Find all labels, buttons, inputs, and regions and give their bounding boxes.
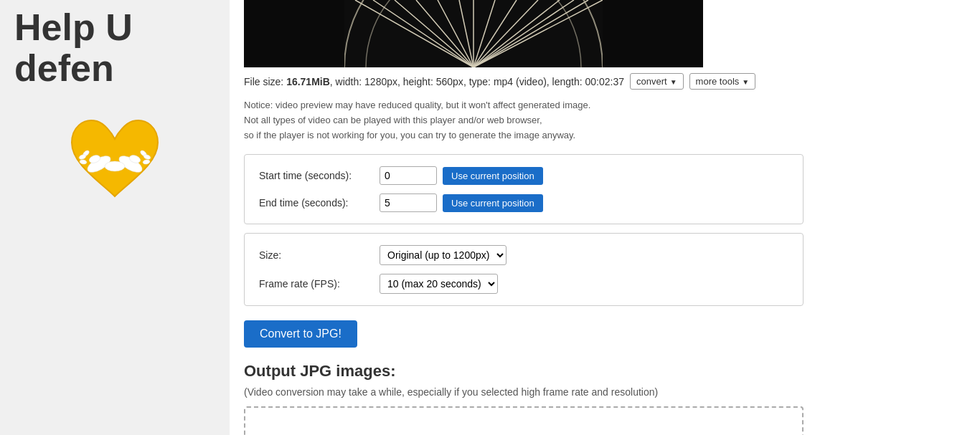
convert-button[interactable]: convert xyxy=(630,73,684,90)
file-width-value: 1280px xyxy=(364,76,397,87)
time-settings-box: Start time (seconds): Use current positi… xyxy=(244,154,804,224)
output-title: Output JPG images: xyxy=(244,362,966,381)
sidebar-logo xyxy=(57,103,172,218)
start-time-use-current-button[interactable]: Use current position xyxy=(443,167,543,185)
output-notice: (Video conversion may take a while, espe… xyxy=(244,386,966,398)
file-size-value: 16.71MiB xyxy=(286,76,330,87)
size-row: Size: Original (up to 1200px) Small (up … xyxy=(259,245,788,265)
fps-row: Frame rate (FPS): 1 (max 120 seconds) 5 … xyxy=(259,274,788,294)
file-info-row: File size: 16.71MiB, width: 1280px, heig… xyxy=(244,73,966,90)
end-time-label: End time (seconds): xyxy=(259,197,374,209)
end-time-btn-label: Use current position xyxy=(451,198,534,209)
convert-button-label: convert xyxy=(636,76,667,87)
output-area xyxy=(244,406,804,435)
fps-label: Frame rate (FPS): xyxy=(259,278,374,290)
notice-line2: Not all types of video can be played wit… xyxy=(244,113,966,128)
main-content: File size: 16.71MiB, width: 1280px, heig… xyxy=(230,0,980,435)
size-fps-settings-box: Size: Original (up to 1200px) Small (up … xyxy=(244,233,804,306)
start-time-label: Start time (seconds): xyxy=(259,170,374,181)
notice-line1: Notice: video preview may have reduced q… xyxy=(244,98,966,113)
more-tools-button[interactable]: more tools xyxy=(689,73,756,90)
file-type-value: mp4 (video) xyxy=(494,76,547,87)
convert-to-jpg-label: Convert to JPG! xyxy=(260,328,341,340)
sidebar-heading: Help U defen xyxy=(0,0,230,96)
file-length-value: 00:02:37 xyxy=(585,76,625,87)
more-tools-arrow-icon xyxy=(742,76,749,87)
file-size-label: File size: 16.71MiB, width: 1280px, heig… xyxy=(244,76,624,87)
start-time-btn-label: Use current position xyxy=(451,171,534,181)
svg-rect-26 xyxy=(244,0,344,67)
convert-to-jpg-button[interactable]: Convert to JPG! xyxy=(244,320,357,348)
end-time-use-current-button[interactable]: Use current position xyxy=(443,194,543,212)
size-select[interactable]: Original (up to 1200px) Small (up to 480… xyxy=(380,245,507,265)
video-container xyxy=(244,0,966,67)
more-tools-label: more tools xyxy=(696,76,740,87)
fps-select[interactable]: 1 (max 120 seconds) 5 (max 30 seconds) 1… xyxy=(380,274,498,294)
file-height-value: 560px xyxy=(436,76,463,87)
start-time-row: Start time (seconds): Use current positi… xyxy=(259,166,788,185)
start-time-input[interactable] xyxy=(380,166,437,185)
svg-point-4 xyxy=(105,161,125,171)
end-time-input[interactable] xyxy=(380,193,437,212)
video-preview xyxy=(244,0,703,67)
size-label: Size: xyxy=(259,249,374,261)
left-sidebar: Help U defen xyxy=(0,0,230,435)
end-time-row: End time (seconds): Use current position xyxy=(259,193,788,212)
sidebar-heading-line2: defen xyxy=(14,47,114,89)
notice-box: Notice: video preview may have reduced q… xyxy=(244,98,966,143)
notice-line3: so if the player is not working for you,… xyxy=(244,128,966,143)
output-section: Output JPG images: (Video conversion may… xyxy=(244,362,966,435)
sidebar-heading-line1: Help U xyxy=(14,6,133,48)
svg-rect-27 xyxy=(603,0,703,67)
convert-arrow-icon xyxy=(670,76,677,87)
